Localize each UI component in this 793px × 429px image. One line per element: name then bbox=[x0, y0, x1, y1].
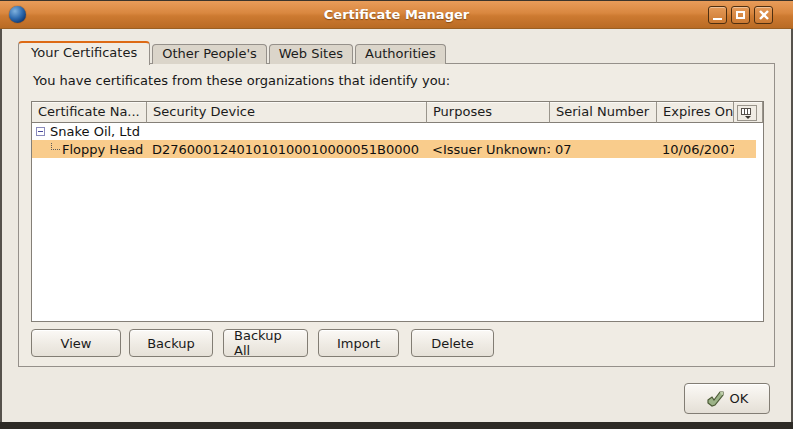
view-button[interactable]: View bbox=[31, 329, 121, 357]
serial-number-cell: 07 bbox=[550, 142, 657, 157]
tab-other-peoples[interactable]: Other People's bbox=[152, 44, 267, 64]
security-device-cell: D27600012401010100010000051B0000 bbox=[147, 142, 427, 157]
column-header-serial-number[interactable]: Serial Number bbox=[550, 102, 657, 123]
close-button[interactable] bbox=[754, 6, 773, 24]
ok-check-icon bbox=[706, 391, 724, 407]
description-text: You have certificates from these organiz… bbox=[33, 73, 450, 88]
minimize-icon bbox=[713, 18, 722, 20]
column-picker-icon bbox=[737, 105, 757, 121]
delete-button[interactable]: Delete bbox=[411, 329, 494, 357]
maximize-button[interactable] bbox=[731, 6, 750, 24]
tab-web-sites[interactable]: Web Sites bbox=[269, 44, 353, 64]
tab-authorities[interactable]: Authorities bbox=[355, 44, 446, 64]
import-button[interactable]: Import bbox=[318, 329, 399, 357]
column-picker-button[interactable] bbox=[734, 102, 763, 123]
table-header: Certificate Na... Security Device Purpos… bbox=[32, 102, 763, 123]
certificate-manager-window: Certificate Manager Your Certificates Ot… bbox=[0, 0, 793, 429]
ok-button-label: OK bbox=[730, 391, 749, 406]
window-controls bbox=[708, 6, 773, 24]
window-title: Certificate Manager bbox=[0, 7, 793, 22]
column-header-expires-on[interactable]: Expires On bbox=[657, 102, 734, 123]
certificates-table: Certificate Na... Security Device Purpos… bbox=[31, 101, 764, 322]
purposes-cell: <Issuer Unknown> bbox=[427, 142, 550, 157]
window-border-left bbox=[0, 29, 2, 429]
table-row-organization[interactable]: Snake Oil, Ltd bbox=[32, 123, 763, 140]
tree-branch-icon bbox=[51, 142, 60, 151]
column-header-security-device[interactable]: Security Device bbox=[147, 102, 427, 123]
backup-button[interactable]: Backup bbox=[129, 329, 213, 357]
close-icon bbox=[759, 10, 769, 20]
column-header-purposes[interactable]: Purposes bbox=[427, 102, 550, 123]
tab-your-certificates[interactable]: Your Certificates bbox=[18, 41, 150, 65]
tab-panel: You have certificates from these organiz… bbox=[18, 63, 775, 367]
action-button-row: View Backup Backup All Import Delete bbox=[31, 329, 494, 357]
tree-collapse-icon[interactable] bbox=[36, 127, 45, 136]
expires-on-cell: 10/06/2007 bbox=[657, 142, 734, 157]
column-header-certificate-name[interactable]: Certificate Na... bbox=[32, 102, 147, 123]
organization-name: Snake Oil, Ltd bbox=[50, 124, 140, 139]
certificate-name-cell: Floppy Head bbox=[32, 142, 147, 157]
titlebar: Certificate Manager bbox=[0, 1, 793, 29]
tab-strip: Your Certificates Other People's Web Sit… bbox=[18, 40, 446, 64]
table-row-certificate[interactable]: Floppy Head D27600012401010100010000051B… bbox=[32, 140, 756, 158]
backup-all-button[interactable]: Backup All bbox=[223, 329, 308, 357]
ok-button[interactable]: OK bbox=[684, 383, 770, 414]
globe-icon bbox=[9, 6, 26, 23]
certificate-name: Floppy Head bbox=[62, 142, 143, 157]
window-border-bottom bbox=[0, 422, 793, 429]
maximize-icon bbox=[736, 11, 745, 19]
minimize-button[interactable] bbox=[708, 6, 727, 24]
